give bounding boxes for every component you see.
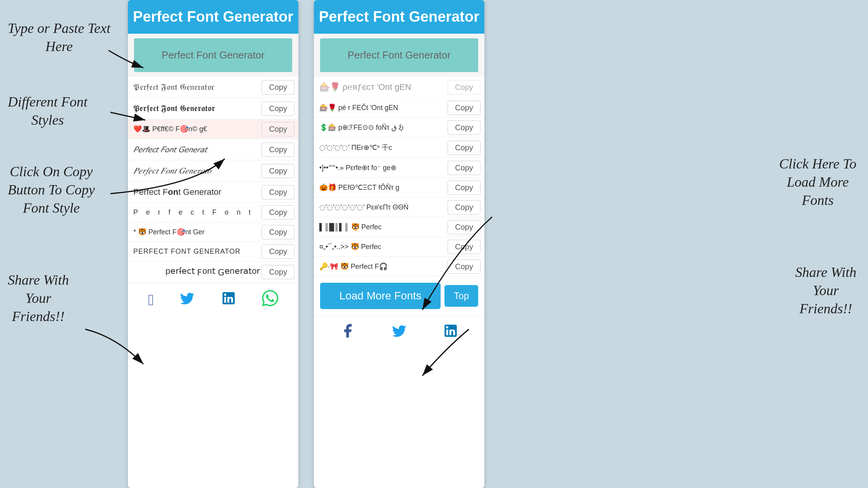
font-row: 🔑·🎀 🐯 Perfect F🎧 Copy [314,257,484,277]
copy-button[interactable]: Copy [448,259,480,274]
copy-button[interactable]: Copy [262,265,294,279]
annotation-copy-button: Click On CopyButton To CopyFont Style [8,163,95,217]
copy-button[interactable]: Copy [262,244,294,259]
copy-button[interactable]: Copy [262,185,294,199]
font-text: 🎰🌹 ρ℮яƒєcт 'Ont gEN [318,77,448,98]
right-phone-panel: Perfect Font Generator Perfect Font Gene… [314,0,484,488]
copy-button[interactable]: Copy [448,80,480,95]
text-input-display2[interactable]: Perfect Font Generator [320,38,478,72]
social-bar-2 [314,315,484,349]
copy-button[interactable]: Copy [448,200,480,215]
annotation-share2: Share WithYourFriends!! [795,263,856,318]
font-text: 💲🎰 p⊕ℱFE⊙⊙ foŇτ ق ξι [318,118,448,137]
text-input-display[interactable]: Perfect Font Generator [134,38,292,72]
font-text: 🔑·🎀 🐯 Perfect F🎧 [318,257,448,276]
font-row: 🎰🌹 ρ℮яƒєcт 'Ont gEN Copy [314,77,484,98]
font-text: ◌'◌'◌'◌' ΠΕr⊕℃ᵃ 千c [318,137,448,158]
font-row: 𝑃𝑒𝑟𝑓𝑒𝑐𝑡 𝐹𝑜𝑛𝑡 𝐺𝑒𝑛𝑒𝑟𝑎𝑡𝑜 Copy [128,160,298,182]
font-row: 💲🎰 p⊕ℱFE⊙⊙ foŇτ ق ξι Copy [314,118,484,137]
copy-button[interactable]: Copy [448,180,480,195]
font-text: 𝑃𝑒𝑟𝑓𝑒𝑐𝑡 𝐹𝑜𝑛𝑡 𝐺𝑒𝑛𝑒𝑟𝑎𝑡𝑜 [132,160,262,181]
font-row: 𝘗𝘦𝘳𝘧𝘦𝘤𝘵 𝘍𝘰𝘯𝘵 𝘎𝘦𝘯𝘦𝘳𝘢𝘵 Copy [128,139,298,160]
copy-button[interactable]: Copy [262,225,294,239]
copy-button[interactable]: Copy [262,164,294,178]
font-text: 𝘗𝘦𝘳𝘧𝘦𝘤𝘵 𝘍𝘰𝘯𝘵 𝘎𝘦𝘯𝘦𝘳𝘢𝘵 [132,139,262,160]
font-row: ɹoʇɐɹǝuǝ⅁ ʇuoℲ ʇɔǝɟɹǝd Copy [128,261,298,283]
whatsapp-icon[interactable] [262,290,278,310]
copy-button[interactable]: Copy [262,205,294,220]
font-row: P e r f e c t F o n t Copy [128,203,298,222]
font-row: ◌'◌'◌'◌'◌'◌' Ρεя'єΠτ ΘΘŃ Copy [314,198,484,217]
linkedin-icon-2[interactable] [443,323,459,342]
facebook-icon-2[interactable] [339,323,356,342]
font-row: Perfect Font Generator Copy [128,182,298,203]
left-phone-panel: Perfect Font Generator Perfect Font Gene… [128,0,298,488]
font-row: 𝔓𝔢𝔯𝔣𝔢𝔠𝔱 𝔉𝔬𝔫𝔱 𝔊𝔢𝔫𝔢𝔯𝔞𝔱𝔬𝔯 Copy [128,77,298,98]
font-text: •]••°'°•.» Ρεrfe⊕t fo⁻ ge⊗ [318,158,448,177]
copy-button[interactable]: Copy [262,143,294,157]
font-row: ❤️🎩 P€ff€© F🎯n© g€ Copy [128,119,298,139]
copy-button[interactable]: Copy [262,101,294,116]
font-row: ▌║█║▌║ 🐯 Perfec Copy [314,217,484,237]
font-text: ¤„•¯„•..>> 🐯 Perfec [318,237,448,256]
font-text: P e r f e c t F o n t [132,203,262,222]
load-more-section: Load More Fonts Top [314,277,484,315]
font-row: 🎰🌹 pé r FEČt 'Ont gEN Copy [314,98,484,118]
panel1-header: Perfect Font Generator [128,0,298,34]
social-bar:  [128,283,298,317]
annotation-font-styles: Different FontStyles [8,93,88,129]
twitter-icon[interactable] [179,290,195,310]
font-row: PERFECT FONT GENERATOR Copy [128,242,298,261]
load-more-button[interactable]: Load More Fonts [320,283,441,309]
font-text: ◌'◌'◌'◌'◌'◌' Ρεя'єΠτ ΘΘŃ [318,198,448,217]
font-row: ◌'◌'◌'◌' ΠΕr⊕℃ᵃ 千c Copy [314,137,484,158]
facebook-icon[interactable]:  [148,291,154,309]
font-text: * 🐯 Perfect F🎯nt Ger [132,222,262,242]
copy-button[interactable]: Copy [448,141,480,155]
copy-button[interactable]: Copy [448,240,480,254]
font-text: ▌║█║▌║ 🐯 Perfec [318,217,448,237]
font-row: •]••°'°•.» Ρεrfe⊕t fo⁻ ge⊗ Copy [314,158,484,178]
font-text: ɹoʇɐɹǝuǝ⅁ ʇuoℲ ʇɔǝɟɹǝd [132,261,262,282]
font-text: ❤️🎩 P€ff€© F🎯n© g€ [132,119,262,139]
font-text: Perfect Font Generator [132,182,262,203]
font-row: ¤„•¯„•..>> 🐯 Perfec Copy [314,237,484,257]
font-row: * 🐯 Perfect F🎯nt Ger Copy [128,222,298,242]
font-text: 𝔓𝔢𝔯𝔣𝔢𝔠𝔱 𝔉𝔬𝔫𝔱 𝔊𝔢𝔫𝔢𝔯𝔞𝔱𝔬𝔯 [132,77,262,98]
copy-button[interactable]: Copy [448,161,480,175]
copy-button[interactable]: Copy [448,120,480,135]
copy-button[interactable]: Copy [262,122,294,136]
twitter-icon-2[interactable] [391,323,407,342]
font-text: 𝕻𝖊𝖗𝖋𝖊𝖈𝖙 𝕱𝖔𝖓𝖙 𝕲𝖊𝖓𝖊𝖗𝖆𝖙𝖔𝖗 [132,98,262,119]
annotation-share: Share WithYourFriends!! [8,271,69,325]
copy-button[interactable]: Copy [448,101,480,115]
top-button[interactable]: Top [444,285,478,307]
font-text: PERFECT FONT GENERATOR [132,242,262,261]
annotation-type-paste: Type or Paste TextHere [8,19,110,56]
font-text: 🎰🌹 pé r FEČt 'Ont gEN [318,98,448,117]
copy-button[interactable]: Copy [448,220,480,234]
panel2-header: Perfect Font Generator [314,0,484,34]
font-text: 🎃🎁 ΡΕfΘ℃ΞCT fÔŇτ g [318,178,448,197]
copy-button[interactable]: Copy [262,80,294,95]
font-row: 𝕻𝖊𝖗𝖋𝖊𝖈𝖙 𝕱𝖔𝖓𝖙 𝕲𝖊𝖓𝖊𝖗𝖆𝖙𝖔𝖗 Copy [128,98,298,119]
annotation-load-more: Click Here ToLoad MoreFonts [779,155,856,209]
font-row: 🎃🎁 ΡΕfΘ℃ΞCT fÔŇτ g Copy [314,178,484,198]
linkedin-icon[interactable] [220,290,237,310]
